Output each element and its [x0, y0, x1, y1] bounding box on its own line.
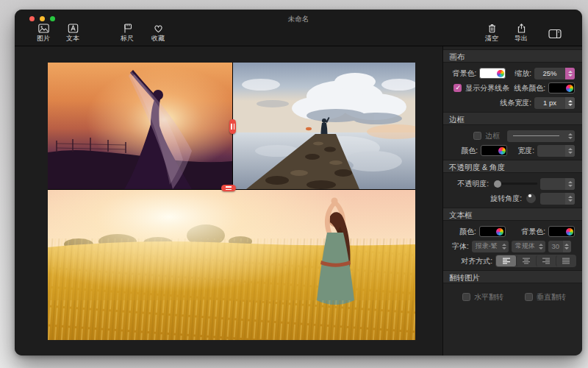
stepper-arrows-icon[interactable] — [565, 97, 575, 109]
font-family-dropdown[interactable]: 报隶-繁 — [472, 241, 509, 252]
photo-collage — [48, 63, 415, 340]
align-justify-icon — [562, 258, 570, 264]
zoom-stepper[interactable]: 25% — [534, 68, 575, 79]
alignment-label: 对齐方式: — [461, 256, 492, 266]
border-checkbox-label: 边框 — [485, 131, 500, 141]
zoom-label: 缩放: — [514, 68, 531, 79]
show-divider-lines-label: 显示分界线条 — [465, 83, 509, 93]
section-header-border: 边框 — [443, 112, 582, 125]
line-width-value: 1 px — [534, 99, 565, 107]
flip-vertical-checkbox[interactable] — [525, 293, 533, 301]
alignment-segmented-control — [495, 255, 576, 267]
stepper-arrows-icon — [565, 193, 575, 205]
font-size-stepper[interactable]: 30 — [548, 241, 571, 252]
divider-drag-handle-vertical[interactable] — [229, 119, 236, 134]
horizontal-grip-icon — [226, 186, 232, 188]
toolbar-clear-label: 清空 — [485, 34, 498, 43]
horizontal-grip-icon — [226, 189, 232, 191]
opacity-stepper — [540, 178, 575, 190]
photo-golden-field[interactable] — [48, 190, 415, 340]
knob-indicator-dot — [528, 194, 531, 197]
section-header-canvas: 画布 — [443, 49, 582, 63]
stepper-arrows-icon — [565, 178, 575, 190]
line-width-label: 线条宽度: — [500, 98, 531, 108]
canvas-area — [15, 46, 442, 355]
stepper-arrows-icon — [537, 241, 545, 252]
canvas-bg-color-well[interactable] — [479, 68, 506, 79]
app-window: 未命名 图片 文本 — [15, 10, 582, 355]
section-canvas: 背景色: 缩放: 25% 显示分界线条 线条颜色: 线条宽度: 1 px — [443, 63, 582, 112]
window-header: 未命名 图片 文本 — [15, 10, 582, 46]
section-header-flip: 翻转图片 — [443, 270, 582, 283]
text-bg-color-well[interactable] — [548, 226, 575, 237]
toolbar-text-label: 文本 — [66, 34, 79, 43]
align-right-icon — [542, 258, 551, 264]
trash-icon — [487, 24, 498, 33]
stepper-arrows-icon — [501, 241, 509, 252]
toolbar-export-label: 导出 — [514, 34, 528, 43]
line-width-stepper[interactable]: 1 px — [534, 97, 575, 109]
border-color-label: 颜色: — [461, 146, 478, 156]
font-family-value: 报隶-繁 — [476, 241, 498, 251]
color-wheel-icon — [498, 147, 506, 155]
font-label: 字体: — [452, 241, 469, 252]
section-flip: 水平翻转 垂直翻转 — [443, 283, 582, 306]
sidebar-toggle-icon — [548, 29, 562, 39]
toolbar-sidebar-toggle-button[interactable] — [548, 29, 562, 39]
flip-vertical-label: 垂直翻转 — [537, 292, 566, 302]
toolbar-favorites-button[interactable]: 收藏 — [151, 24, 165, 43]
font-style-value: 常规体 — [515, 241, 535, 251]
opacity-slider[interactable] — [495, 183, 537, 185]
toolbar-text-button[interactable]: 文本 — [66, 24, 79, 43]
heart-icon — [153, 24, 164, 33]
toolbar-picture-label: 图片 — [37, 34, 50, 43]
picture-icon — [38, 24, 49, 33]
stepper-arrows-icon[interactable] — [565, 68, 575, 79]
stepper-arrows-icon — [565, 130, 575, 142]
border-checkbox[interactable] — [473, 132, 481, 140]
photo-sunset-silhouette[interactable] — [48, 63, 232, 189]
bg-color-label: 背景色: — [452, 68, 476, 79]
line-color-well[interactable] — [548, 82, 575, 93]
rotation-knob[interactable] — [526, 194, 536, 203]
toolbar-picture-button[interactable]: 图片 — [37, 24, 50, 43]
color-wheel-icon — [566, 85, 573, 92]
export-icon — [516, 24, 527, 33]
solid-line-icon — [513, 135, 559, 137]
photo-pier-clouds[interactable] — [233, 63, 415, 189]
toolbar: 图片 文本 标尺 收藏 — [15, 23, 582, 45]
stepper-arrows-icon — [565, 145, 575, 157]
color-wheel-icon — [566, 228, 573, 236]
section-header-textbox: 文本框 — [443, 208, 582, 221]
stepper-arrows-icon — [563, 241, 571, 252]
text-bg-color-label: 背景色: — [521, 227, 545, 237]
slider-knob[interactable] — [494, 180, 501, 188]
show-divider-lines-checkbox[interactable] — [453, 84, 462, 92]
vertical-grip-icon — [231, 124, 232, 130]
section-border: 边框 颜色: 宽度: — [443, 125, 582, 160]
flip-horizontal-checkbox[interactable] — [462, 293, 470, 301]
vertical-grip-icon — [234, 124, 235, 130]
toolbar-ruler-button[interactable]: 标尺 — [121, 24, 134, 43]
align-right-button[interactable] — [536, 255, 556, 266]
border-style-dropdown[interactable] — [507, 130, 575, 142]
align-center-icon — [522, 258, 531, 264]
toolbar-ruler-label: 标尺 — [121, 34, 134, 43]
text-icon — [68, 24, 79, 33]
opacity-label: 不透明度: — [457, 179, 489, 189]
text-color-well[interactable] — [479, 226, 506, 237]
divider-drag-handle-horizontal[interactable] — [221, 185, 236, 191]
font-style-dropdown[interactable]: 常规体 — [512, 241, 545, 252]
inspector-panel: 画布 背景色: 缩放: 25% 显示分界线条 线条颜色: 线条宽度: — [442, 46, 582, 355]
line-color-label: 线条颜色: — [514, 83, 545, 93]
ruler-icon — [122, 24, 133, 33]
rotation-stepper — [540, 193, 575, 205]
toolbar-clear-button[interactable]: 清空 — [485, 24, 498, 43]
align-justify-button[interactable] — [556, 255, 576, 266]
toolbar-favorites-label: 收藏 — [151, 34, 165, 43]
toolbar-export-button[interactable]: 导出 — [514, 24, 528, 43]
align-center-button[interactable] — [516, 255, 536, 266]
border-width-stepper[interactable] — [537, 145, 575, 157]
align-left-button[interactable] — [496, 255, 516, 266]
border-color-well[interactable] — [481, 145, 507, 156]
